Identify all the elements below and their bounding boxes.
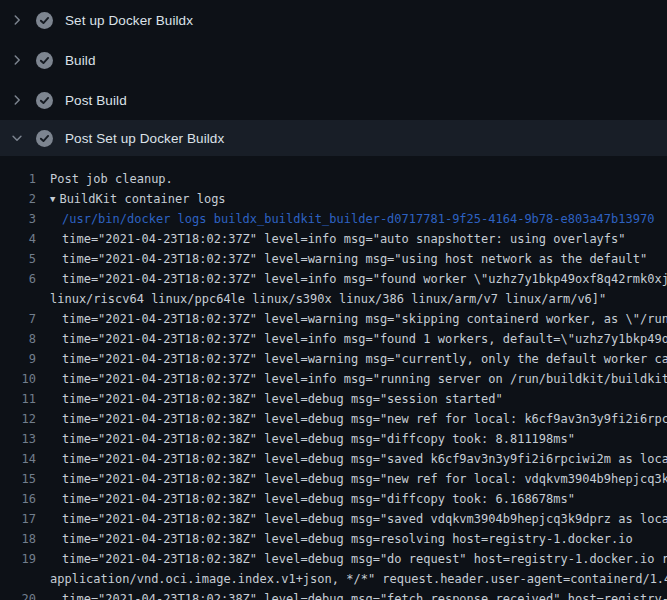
log-text: time="2021-04-23T18:02:37Z" level=warnin… — [62, 309, 667, 329]
step-title: Build — [65, 53, 96, 68]
step-title: Set up Docker Buildx — [65, 13, 193, 28]
step-header-set-up-docker-buildx[interactable]: Set up Docker Buildx — [0, 0, 667, 40]
log-line: 11time="2021-04-23T18:02:38Z" level=debu… — [0, 389, 667, 409]
log-line: 2▼BuildKit container logs — [0, 189, 667, 209]
line-number[interactable]: 2 — [0, 189, 36, 209]
log-line: 5time="2021-04-23T18:02:37Z" level=warni… — [0, 249, 667, 269]
check-circle-icon — [36, 12, 53, 29]
log-line: 9time="2021-04-23T18:02:37Z" level=warni… — [0, 349, 667, 369]
line-number[interactable]: 13 — [0, 429, 36, 449]
step-title: Post Build — [65, 93, 127, 108]
log-text: time="2021-04-23T18:02:37Z" level=warnin… — [62, 349, 667, 369]
log-line: 8time="2021-04-23T18:02:37Z" level=info … — [0, 329, 667, 349]
log-line: 16time="2021-04-23T18:02:38Z" level=debu… — [0, 489, 667, 509]
log-text: time="2021-04-23T18:02:38Z" level=debug … — [62, 429, 575, 449]
log-text: time="2021-04-23T18:02:38Z" level=debug … — [62, 489, 575, 509]
line-number[interactable]: 3 — [0, 209, 36, 229]
log-text: time="2021-04-23T18:02:38Z" level=debug … — [62, 589, 667, 600]
log-text: time="2021-04-23T18:02:38Z" level=debug … — [62, 469, 667, 489]
log-line: 18time="2021-04-23T18:02:38Z" level=debu… — [0, 529, 667, 549]
log-text: time="2021-04-23T18:02:38Z" level=debug … — [62, 409, 667, 429]
log-line: 14time="2021-04-23T18:02:38Z" level=debu… — [0, 449, 667, 469]
line-number — [0, 289, 36, 309]
step-header-post-build[interactable]: Post Build — [0, 80, 667, 120]
check-circle-icon — [36, 52, 53, 69]
log-line: application/vnd.oci.image.index.v1+json,… — [0, 569, 667, 589]
chevron-down-icon[interactable] — [9, 130, 25, 146]
line-number[interactable]: 14 — [0, 449, 36, 469]
chevron-right-icon[interactable] — [9, 12, 25, 28]
line-number[interactable]: 15 — [0, 469, 36, 489]
line-number[interactable]: 11 — [0, 389, 36, 409]
line-number[interactable]: 19 — [0, 549, 36, 569]
log-line: 4time="2021-04-23T18:02:37Z" level=info … — [0, 229, 667, 249]
step-header-build[interactable]: Build — [0, 40, 667, 80]
line-number[interactable]: 9 — [0, 349, 36, 369]
line-number[interactable]: 17 — [0, 509, 36, 529]
chevron-right-icon[interactable] — [9, 92, 25, 108]
line-number[interactable]: 4 — [0, 229, 36, 249]
check-circle-icon — [36, 92, 53, 109]
log-line: 7time="2021-04-23T18:02:37Z" level=warni… — [0, 309, 667, 329]
step-header-post-set-up-docker-buildx[interactable]: Post Set up Docker Buildx — [0, 120, 667, 156]
log-line: linux/riscv64 linux/ppc64le linux/s390x … — [0, 289, 667, 309]
chevron-right-icon[interactable] — [9, 52, 25, 68]
log-command-text: /usr/bin/docker logs buildx_buildkit_bui… — [62, 209, 654, 229]
line-number[interactable]: 18 — [0, 529, 36, 549]
group-title[interactable]: BuildKit container logs — [59, 192, 225, 206]
log-text: time="2021-04-23T18:02:38Z" level=debug … — [62, 389, 503, 409]
line-number[interactable]: 12 — [0, 409, 36, 429]
log-text: linux/riscv64 linux/ppc64le linux/s390x … — [50, 289, 606, 309]
line-number — [0, 569, 36, 589]
group-collapse-triangle-icon[interactable]: ▼ — [50, 189, 55, 209]
log-line: 13time="2021-04-23T18:02:38Z" level=debu… — [0, 429, 667, 449]
log-text: time="2021-04-23T18:02:38Z" level=debug … — [62, 529, 633, 549]
steps-list: Set up Docker BuildxBuildPost BuildPost … — [0, 0, 667, 156]
check-circle-icon — [36, 130, 53, 147]
line-number[interactable]: 20 — [0, 589, 36, 600]
line-number[interactable]: 6 — [0, 269, 36, 289]
line-number[interactable]: 7 — [0, 309, 36, 329]
log-line: 1Post job cleanup. — [0, 169, 667, 189]
log-text: time="2021-04-23T18:02:38Z" level=debug … — [62, 509, 667, 529]
line-number[interactable]: 8 — [0, 329, 36, 349]
log-text: ▼BuildKit container logs — [50, 189, 226, 209]
log-text: time="2021-04-23T18:02:38Z" level=debug … — [62, 449, 667, 469]
log-text: application/vnd.oci.image.index.v1+json,… — [50, 569, 667, 589]
log-line: 10time="2021-04-23T18:02:37Z" level=info… — [0, 369, 667, 389]
log-text: time="2021-04-23T18:02:37Z" level=info m… — [62, 269, 667, 289]
log-line: 20time="2021-04-23T18:02:38Z" level=debu… — [0, 589, 667, 600]
log-line: 15time="2021-04-23T18:02:38Z" level=debu… — [0, 469, 667, 489]
log-text: Post job cleanup. — [50, 169, 173, 189]
line-number[interactable]: 10 — [0, 369, 36, 389]
log-line: 6time="2021-04-23T18:02:37Z" level=info … — [0, 269, 667, 289]
log-viewer: 1Post job cleanup.2▼BuildKit container l… — [0, 156, 667, 600]
log-text: time="2021-04-23T18:02:37Z" level=info m… — [62, 369, 667, 389]
line-number[interactable]: 1 — [0, 169, 36, 189]
log-line: 19time="2021-04-23T18:02:38Z" level=debu… — [0, 549, 667, 569]
line-number[interactable]: 16 — [0, 489, 36, 509]
step-title: Post Set up Docker Buildx — [65, 131, 224, 146]
log-text: time="2021-04-23T18:02:37Z" level=warnin… — [62, 249, 647, 269]
log-text: time="2021-04-23T18:02:38Z" level=debug … — [62, 549, 667, 569]
log-line: 17time="2021-04-23T18:02:38Z" level=debu… — [0, 509, 667, 529]
log-text: time="2021-04-23T18:02:37Z" level=info m… — [62, 329, 667, 349]
log-line: 3/usr/bin/docker logs buildx_buildkit_bu… — [0, 209, 667, 229]
log-text: time="2021-04-23T18:02:37Z" level=info m… — [62, 229, 626, 249]
line-number[interactable]: 5 — [0, 249, 36, 269]
log-line: 12time="2021-04-23T18:02:38Z" level=debu… — [0, 409, 667, 429]
